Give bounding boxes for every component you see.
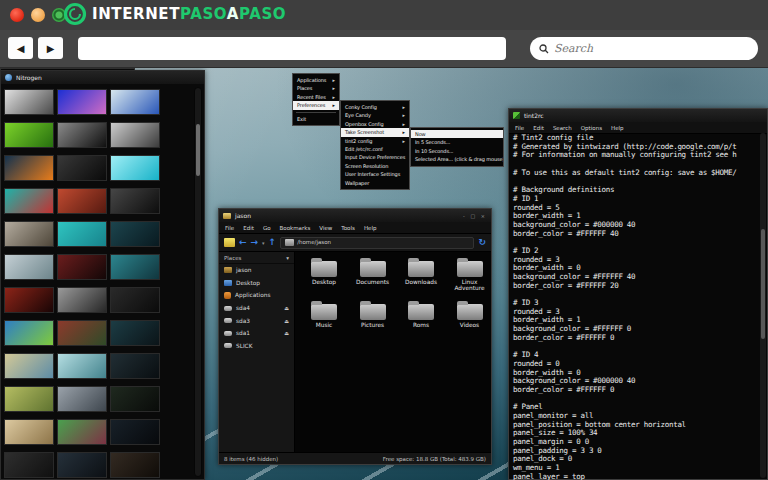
wallpaper-thumbnail-car-interior[interactable] [57, 254, 107, 280]
editor-scrollbar-thumb[interactable] [761, 229, 765, 339]
wallpaper-thumbnail-pop-art-car[interactable] [4, 188, 54, 214]
wallpaper-thumbnail-dark-moss[interactable] [110, 386, 160, 412]
fm-menu-bookmarks[interactable]: Bookmarks [280, 225, 311, 231]
folder-item-documents[interactable]: Documents [351, 256, 395, 298]
wallpaper-thumbnail-bw-street[interactable] [110, 122, 160, 148]
place-item-sda4[interactable]: sda4⏏ [219, 302, 294, 315]
menu-item-screen-resolution[interactable]: Screen Resolution [341, 162, 409, 170]
places-header[interactable]: Places ▾ [219, 252, 294, 264]
forward-button[interactable]: ▶ [38, 37, 63, 59]
menu-item-recent-files[interactable]: Recent Files▸ [293, 93, 339, 101]
menu-item-exit[interactable]: Exit [293, 115, 339, 123]
folder-item-downloads[interactable]: Downloads [399, 256, 443, 298]
wallpaper-thumbnail-green-insect[interactable] [4, 122, 54, 148]
fm-menu-tools[interactable]: Tools [341, 225, 355, 231]
place-item-jason[interactable]: jason [219, 264, 294, 277]
editor-menu-options[interactable]: Options [581, 125, 602, 131]
menu-item-applications[interactable]: Applications▸ [293, 76, 339, 84]
menu-item-in-5-seconds[interactable]: In 5 Seconds... [411, 138, 503, 146]
editor-scrollbar[interactable] [760, 133, 766, 478]
nitrogen-titlebar[interactable]: Nitrogen [1, 71, 204, 84]
file-manager-titlebar[interactable]: jason - □ × [219, 209, 491, 222]
menu-item-take-screenshot[interactable]: Take Screenshot▸ [341, 128, 409, 136]
wallpaper-thumbnail-dark-abstract[interactable] [110, 188, 160, 214]
nitrogen-scrollbar-thumb[interactable] [196, 124, 200, 176]
menu-item-places[interactable]: Places▸ [293, 84, 339, 92]
wallpaper-thumbnail-deep-water[interactable] [110, 221, 160, 247]
wallpaper-thumbnail-teal-collage[interactable] [110, 254, 160, 280]
back-arrow-icon[interactable]: ← [239, 238, 247, 247]
wallpaper-thumbnail-dark-row-b[interactable] [57, 452, 107, 478]
fm-menu-help[interactable]: Help [364, 225, 377, 231]
wallpaper-thumbnail-meadow-flowers[interactable] [4, 386, 54, 412]
fm-menu-edit[interactable]: Edit [243, 225, 254, 231]
minimize-window-button[interactable] [31, 8, 45, 22]
search-box[interactable] [530, 37, 758, 60]
menu-item-in-10-seconds[interactable]: In 10 Seconds... [411, 147, 503, 155]
editor-menu-edit[interactable]: Edit [533, 125, 544, 131]
menu-item-wallpaper[interactable]: Wallpaper [341, 179, 409, 187]
wallpaper-thumbnail-bw-race-car[interactable] [57, 287, 107, 313]
menu-item-openbox-config[interactable]: Openbox Config▸ [341, 120, 409, 128]
file-list-area[interactable]: DesktopDocumentsDownloadsLinux Adventure… [295, 252, 491, 453]
folder-item-linux-adventure[interactable]: Linux Adventure [448, 256, 492, 298]
wallpaper-thumbnail-dark-teal[interactable] [110, 320, 160, 346]
reload-icon[interactable]: ↻ [478, 238, 486, 247]
folder-item-videos[interactable]: Videos [448, 299, 492, 341]
place-item-sda1[interactable]: sda1⏏ [219, 327, 294, 340]
folder-item-pictures[interactable]: Pictures [351, 299, 395, 341]
wallpaper-thumbnail-vintage-harbor[interactable] [4, 353, 54, 379]
folder-item-desktop[interactable]: Desktop [302, 256, 346, 298]
wallpaper-thumbnail-red-bench[interactable] [57, 188, 107, 214]
wallpaper-thumbnail-bw-city-clouds[interactable] [4, 89, 54, 115]
wallpaper-thumbnail-market-stalls[interactable] [57, 320, 107, 346]
place-item-applications[interactable]: Applications [219, 289, 294, 302]
folder-item-music[interactable]: Music [302, 299, 346, 341]
wallpaper-thumbnail-museum-race-car[interactable] [4, 221, 54, 247]
wallpaper-thumbnail-dark-row-c[interactable] [110, 452, 160, 478]
editor-text-area[interactable]: # Tint2 config file# Generated by tintwi… [509, 132, 759, 480]
menu-item-selected-area-click-drag-mouse[interactable]: Selected Area... (click & drag mouse) [411, 155, 503, 163]
wallpaper-thumbnail-seaplane[interactable] [4, 254, 54, 280]
wallpaper-thumbnail-sepia-wings[interactable] [4, 419, 54, 445]
wallpaper-thumbnail-jellyfish[interactable] [57, 89, 107, 115]
menu-item-conky-config[interactable]: Conky Config▸ [341, 103, 409, 111]
menu-item-preferences[interactable]: Preferences▸ [293, 101, 339, 109]
wallpaper-thumbnail-tennis-poster[interactable] [57, 221, 107, 247]
eject-icon[interactable]: ⏏ [284, 305, 289, 311]
new-tab-icon[interactable] [224, 238, 235, 247]
menu-item-edit-etc-rc-conf[interactable]: Edit /etc/rc.conf [341, 145, 409, 153]
wallpaper-thumbnail-dark-slate[interactable] [110, 419, 160, 445]
wallpaper-thumbnail-dark-row-a[interactable] [4, 452, 54, 478]
wallpaper-thumbnail-red-sunset[interactable] [4, 287, 54, 313]
search-input[interactable] [554, 42, 704, 55]
editor-menu-help[interactable]: Help [611, 125, 624, 131]
editor-menu-file[interactable]: File [515, 125, 524, 131]
wallpaper-thumbnail-blue-car-bridge[interactable] [110, 89, 160, 115]
wallpaper-thumbnail-night-city[interactable] [57, 155, 107, 181]
menu-item-tint2-config[interactable]: tint2 config▸ [341, 137, 409, 145]
place-item-sda3[interactable]: sda3⏏ [219, 314, 294, 327]
eject-icon[interactable]: ⏏ [284, 318, 289, 324]
wallpaper-thumbnail-rally-car[interactable] [57, 419, 107, 445]
wallpaper-thumbnail-cyan-sea[interactable] [110, 155, 160, 181]
place-item-desktop[interactable]: Desktop [219, 277, 294, 290]
wallpaper-thumbnail-sky-light-trail[interactable] [57, 353, 107, 379]
fm-menu-file[interactable]: File [225, 225, 234, 231]
forward-arrow-icon[interactable]: → [251, 238, 259, 247]
wallpaper-thumbnail-dark-texture[interactable] [110, 287, 160, 313]
wallpaper-thumbnail-world-map[interactable] [4, 320, 54, 346]
history-dropdown-icon[interactable]: ▾ [262, 240, 265, 246]
menu-item-now[interactable]: Now [411, 130, 503, 138]
place-item-slick[interactable]: SLICK [219, 340, 294, 353]
wallpaper-thumbnail-orange-bloom[interactable] [4, 155, 54, 181]
close-window-button[interactable] [10, 8, 24, 22]
nitrogen-scrollbar[interactable] [194, 87, 202, 477]
up-arrow-icon[interactable]: ↑ [269, 238, 277, 247]
fm-menu-go[interactable]: Go [263, 225, 271, 231]
wallpaper-thumbnail-warehouse[interactable] [57, 386, 107, 412]
eject-icon[interactable]: ⏏ [284, 330, 289, 336]
window-control-buttons[interactable]: - □ × [463, 213, 487, 219]
folder-item-roms[interactable]: Roms [399, 299, 443, 341]
menu-item-input-device-preferences[interactable]: Input Device Preferences [341, 153, 409, 161]
